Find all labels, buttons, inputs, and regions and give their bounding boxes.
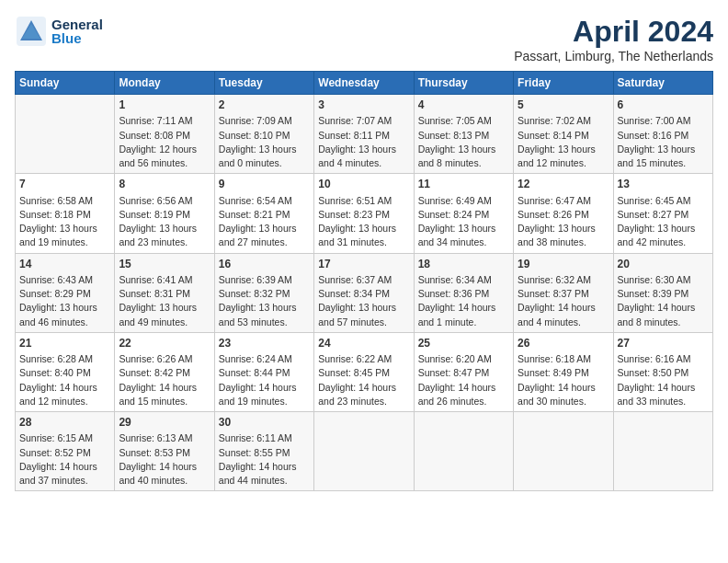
day-number: 5 xyxy=(518,98,609,113)
calendar-week-row: 7Sunrise: 6:58 AM Sunset: 8:18 PM Daylig… xyxy=(16,174,713,253)
day-number: 17 xyxy=(318,257,409,272)
day-number: 20 xyxy=(618,257,709,272)
day-info: Sunrise: 6:45 AM Sunset: 8:27 PM Dayligh… xyxy=(618,194,709,250)
calendar-cell: 6Sunrise: 7:00 AM Sunset: 8:16 PM Daylig… xyxy=(613,95,712,174)
calendar-cell: 11Sunrise: 6:49 AM Sunset: 8:24 PM Dayli… xyxy=(414,174,513,253)
col-header-monday: Monday xyxy=(115,72,214,95)
day-info: Sunrise: 6:34 AM Sunset: 8:36 PM Dayligh… xyxy=(418,273,509,329)
day-info: Sunrise: 6:22 AM Sunset: 8:45 PM Dayligh… xyxy=(318,352,409,408)
day-info: Sunrise: 6:58 AM Sunset: 8:18 PM Dayligh… xyxy=(19,194,110,250)
logo-icon xyxy=(15,15,48,48)
day-number: 22 xyxy=(119,336,210,351)
day-number: 10 xyxy=(318,177,409,192)
location-subtitle: Passart, Limburg, The Netherlands xyxy=(514,49,713,63)
day-info: Sunrise: 7:09 AM Sunset: 8:10 PM Dayligh… xyxy=(219,114,310,170)
day-number: 7 xyxy=(19,177,110,192)
day-info: Sunrise: 6:47 AM Sunset: 8:26 PM Dayligh… xyxy=(518,194,609,250)
col-header-tuesday: Tuesday xyxy=(214,72,313,95)
day-number: 29 xyxy=(119,415,210,431)
calendar-cell: 15Sunrise: 6:41 AM Sunset: 8:31 PM Dayli… xyxy=(115,253,214,332)
day-info: Sunrise: 6:30 AM Sunset: 8:39 PM Dayligh… xyxy=(618,273,709,329)
day-number: 8 xyxy=(119,177,210,192)
col-header-wednesday: Wednesday xyxy=(314,72,414,95)
title-block: April 2024 Passart, Limburg, The Netherl… xyxy=(514,15,713,63)
calendar-week-row: 28Sunrise: 6:15 AM Sunset: 8:52 PM Dayli… xyxy=(16,412,713,491)
calendar-cell: 1Sunrise: 7:11 AM Sunset: 8:08 PM Daylig… xyxy=(115,95,214,174)
calendar-cell: 23Sunrise: 6:24 AM Sunset: 8:44 PM Dayli… xyxy=(214,332,313,411)
calendar-cell: 4Sunrise: 7:05 AM Sunset: 8:13 PM Daylig… xyxy=(414,95,513,174)
day-number: 18 xyxy=(418,257,509,272)
day-number: 24 xyxy=(318,336,409,351)
day-number: 12 xyxy=(518,177,609,192)
day-info: Sunrise: 6:11 AM Sunset: 8:55 PM Dayligh… xyxy=(219,431,310,488)
calendar-cell: 16Sunrise: 6:39 AM Sunset: 8:32 PM Dayli… xyxy=(214,253,313,332)
calendar-cell: 14Sunrise: 6:43 AM Sunset: 8:29 PM Dayli… xyxy=(16,253,115,332)
calendar-cell: 17Sunrise: 6:37 AM Sunset: 8:34 PM Dayli… xyxy=(314,253,414,332)
day-info: Sunrise: 6:24 AM Sunset: 8:44 PM Dayligh… xyxy=(219,352,310,408)
calendar-cell: 21Sunrise: 6:28 AM Sunset: 8:40 PM Dayli… xyxy=(16,332,115,411)
calendar-cell xyxy=(613,412,712,491)
day-number: 4 xyxy=(418,98,509,113)
calendar-cell: 12Sunrise: 6:47 AM Sunset: 8:26 PM Dayli… xyxy=(514,174,613,253)
page-header: General Blue April 2024 Passart, Limburg… xyxy=(15,15,713,63)
calendar-cell: 26Sunrise: 6:18 AM Sunset: 8:49 PM Dayli… xyxy=(514,332,613,411)
calendar-cell xyxy=(514,412,613,491)
day-info: Sunrise: 6:15 AM Sunset: 8:52 PM Dayligh… xyxy=(19,431,110,488)
calendar-cell: 30Sunrise: 6:11 AM Sunset: 8:55 PM Dayli… xyxy=(214,412,313,491)
calendar-cell: 22Sunrise: 6:26 AM Sunset: 8:42 PM Dayli… xyxy=(115,332,214,411)
calendar-cell: 18Sunrise: 6:34 AM Sunset: 8:36 PM Dayli… xyxy=(414,253,513,332)
calendar-cell: 10Sunrise: 6:51 AM Sunset: 8:23 PM Dayli… xyxy=(314,174,414,253)
day-number: 28 xyxy=(19,415,110,431)
calendar-cell: 9Sunrise: 6:54 AM Sunset: 8:21 PM Daylig… xyxy=(214,174,313,253)
day-number: 11 xyxy=(418,177,509,192)
day-info: Sunrise: 7:11 AM Sunset: 8:08 PM Dayligh… xyxy=(119,114,210,170)
day-number: 9 xyxy=(219,177,310,192)
day-number: 14 xyxy=(19,257,110,272)
calendar-cell: 29Sunrise: 6:13 AM Sunset: 8:53 PM Dayli… xyxy=(115,412,214,491)
day-info: Sunrise: 6:49 AM Sunset: 8:24 PM Dayligh… xyxy=(418,194,509,250)
day-number: 21 xyxy=(19,336,110,351)
day-info: Sunrise: 6:32 AM Sunset: 8:37 PM Dayligh… xyxy=(518,273,609,329)
calendar-cell: 25Sunrise: 6:20 AM Sunset: 8:47 PM Dayli… xyxy=(414,332,513,411)
calendar-cell xyxy=(314,412,414,491)
day-number: 23 xyxy=(219,336,310,351)
col-header-saturday: Saturday xyxy=(613,72,712,95)
calendar-cell: 28Sunrise: 6:15 AM Sunset: 8:52 PM Dayli… xyxy=(16,412,115,491)
day-number: 25 xyxy=(418,336,509,351)
col-header-sunday: Sunday xyxy=(16,72,115,95)
day-info: Sunrise: 6:56 AM Sunset: 8:19 PM Dayligh… xyxy=(119,194,210,250)
calendar-cell: 7Sunrise: 6:58 AM Sunset: 8:18 PM Daylig… xyxy=(16,174,115,253)
day-info: Sunrise: 6:54 AM Sunset: 8:21 PM Dayligh… xyxy=(219,194,310,250)
logo-blue: Blue xyxy=(51,31,103,45)
day-info: Sunrise: 6:39 AM Sunset: 8:32 PM Dayligh… xyxy=(219,273,310,329)
day-number: 30 xyxy=(219,415,310,431)
calendar-header-row: SundayMondayTuesdayWednesdayThursdayFrid… xyxy=(16,72,713,95)
calendar-week-row: 21Sunrise: 6:28 AM Sunset: 8:40 PM Dayli… xyxy=(16,332,713,411)
calendar-cell: 2Sunrise: 7:09 AM Sunset: 8:10 PM Daylig… xyxy=(214,95,313,174)
calendar-cell: 24Sunrise: 6:22 AM Sunset: 8:45 PM Dayli… xyxy=(314,332,414,411)
day-number: 2 xyxy=(219,98,310,113)
calendar-cell: 20Sunrise: 6:30 AM Sunset: 8:39 PM Dayli… xyxy=(613,253,712,332)
day-info: Sunrise: 6:16 AM Sunset: 8:50 PM Dayligh… xyxy=(618,352,709,408)
calendar-cell: 13Sunrise: 6:45 AM Sunset: 8:27 PM Dayli… xyxy=(613,174,712,253)
day-info: Sunrise: 7:00 AM Sunset: 8:16 PM Dayligh… xyxy=(618,114,709,170)
calendar-cell xyxy=(414,412,513,491)
day-number: 16 xyxy=(219,257,310,272)
logo: General Blue xyxy=(15,15,103,48)
day-number: 1 xyxy=(119,98,210,113)
calendar-week-row: 1Sunrise: 7:11 AM Sunset: 8:08 PM Daylig… xyxy=(16,95,713,174)
day-info: Sunrise: 6:51 AM Sunset: 8:23 PM Dayligh… xyxy=(318,194,409,250)
calendar-cell xyxy=(16,95,115,174)
logo-text: General Blue xyxy=(51,17,103,45)
calendar-cell: 3Sunrise: 7:07 AM Sunset: 8:11 PM Daylig… xyxy=(314,95,414,174)
day-number: 6 xyxy=(618,98,709,113)
calendar-cell: 27Sunrise: 6:16 AM Sunset: 8:50 PM Dayli… xyxy=(613,332,712,411)
day-number: 26 xyxy=(518,336,609,351)
day-number: 27 xyxy=(618,336,709,351)
day-info: Sunrise: 6:41 AM Sunset: 8:31 PM Dayligh… xyxy=(119,273,210,329)
col-header-friday: Friday xyxy=(514,72,613,95)
day-info: Sunrise: 7:02 AM Sunset: 8:14 PM Dayligh… xyxy=(518,114,609,170)
calendar-table: SundayMondayTuesdayWednesdayThursdayFrid… xyxy=(15,71,713,491)
col-header-thursday: Thursday xyxy=(414,72,513,95)
day-number: 3 xyxy=(318,98,409,113)
